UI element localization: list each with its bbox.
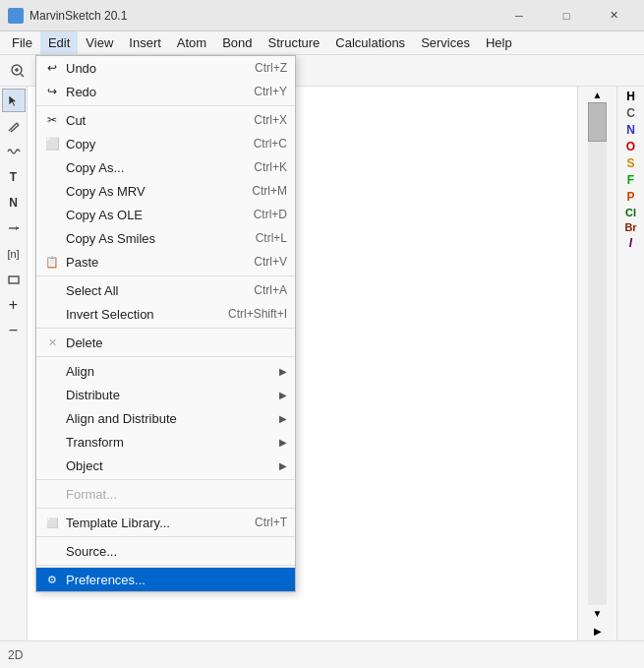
sep5 <box>36 479 295 480</box>
selectall-shortcut: Ctrl+A <box>254 283 287 297</box>
window-controls: ─ □ ✕ <box>497 0 636 31</box>
zoom-in-button[interactable] <box>4 58 31 84</box>
menu-copysmiles[interactable]: Copy As Smiles Ctrl+L <box>36 226 295 250</box>
expand-right-button[interactable]: ▶ <box>578 621 616 640</box>
menu-services[interactable]: Services <box>413 31 478 54</box>
preferences-icon: ⚙ <box>42 574 62 586</box>
scroll-up-button[interactable]: ▲ <box>578 87 616 102</box>
distribute-label: Distribute <box>66 388 279 402</box>
copyas-shortcut: Ctrl+K <box>254 160 287 174</box>
undo-label: Undo <box>66 61 255 76</box>
rect-tool-button[interactable] <box>2 268 26 291</box>
menu-selectall[interactable]: Select All Ctrl+A <box>36 278 295 302</box>
text-tool-button[interactable]: T <box>2 165 26 189</box>
menu-invertsel[interactable]: Invert Selection Ctrl+Shift+I <box>36 302 295 326</box>
element-Cl[interactable]: Cl <box>618 206 644 219</box>
menu-bond[interactable]: Bond <box>214 31 260 54</box>
menu-paste[interactable]: 📋 Paste Ctrl+V <box>36 250 295 273</box>
copyole-shortcut: Ctrl+D <box>254 208 287 221</box>
draw-tool-button[interactable] <box>2 114 26 138</box>
plus-tool-button[interactable]: + <box>2 293 26 317</box>
element-I[interactable]: I <box>618 235 644 251</box>
menu-object[interactable]: Object ▶ <box>36 454 295 477</box>
zoom-in-icon <box>10 63 26 79</box>
menu-calculations[interactable]: Calculations <box>327 31 413 54</box>
bottom-bar: 2D <box>0 640 644 668</box>
paste-shortcut: Ctrl+V <box>254 255 287 269</box>
templatelibrary-shortcut: Ctrl+T <box>255 516 287 529</box>
minimize-button[interactable]: ─ <box>497 0 542 31</box>
template-icon: ⬜ <box>42 517 62 528</box>
element-O[interactable]: O <box>618 139 644 154</box>
copyas-label: Copy As... <box>66 160 254 175</box>
cut-shortcut: Ctrl+X <box>254 113 287 127</box>
menu-redo[interactable]: ↪ Redo Ctrl+Y <box>36 80 295 103</box>
element-N[interactable]: N <box>618 122 644 138</box>
menu-edit[interactable]: Edit <box>40 31 78 54</box>
element-sidebar: H C N O S F P Cl Br I <box>616 87 644 640</box>
menu-atom[interactable]: Atom <box>169 31 214 54</box>
cut-icon: ✂ <box>42 113 62 127</box>
element-P[interactable]: P <box>618 189 644 205</box>
align-arrow: ▶ <box>279 366 287 377</box>
menu-aligndistribute[interactable]: Align and Distribute ▶ <box>36 406 295 430</box>
maximize-button[interactable]: □ <box>544 0 589 31</box>
minus-tool-button[interactable]: − <box>2 319 26 342</box>
selectall-label: Select All <box>66 283 254 298</box>
redo-shortcut: Ctrl+Y <box>254 85 287 98</box>
sep3 <box>36 328 295 329</box>
menu-view[interactable]: View <box>78 31 121 54</box>
menu-structure[interactable]: Structure <box>261 31 328 54</box>
menu-undo[interactable]: ↩ Undo Ctrl+Z <box>36 56 295 80</box>
copy-label: Copy <box>66 137 254 152</box>
select-tool-button[interactable] <box>2 89 26 112</box>
scroll-down-button[interactable]: ▼ <box>578 605 616 621</box>
menu-help[interactable]: Help <box>478 31 520 54</box>
menu-templatelibrary[interactable]: ⬜ Template Library... Ctrl+T <box>36 511 295 534</box>
pencil-icon <box>7 119 21 133</box>
mode-label: 2D <box>8 648 23 662</box>
delete-label: Delete <box>66 335 287 350</box>
align-label: Align <box>66 364 279 379</box>
scrollbar-thumb[interactable] <box>588 102 607 142</box>
element-C[interactable]: C <box>618 105 644 121</box>
menu-bar: File Edit View Insert Atom Bond Structur… <box>0 31 644 55</box>
menu-copy[interactable]: ⬜ Copy Ctrl+C <box>36 132 295 155</box>
aligndistribute-arrow: ▶ <box>279 413 287 424</box>
cut-label: Cut <box>66 113 254 128</box>
paste-label: Paste <box>66 255 254 270</box>
format-label: Format... <box>66 487 287 502</box>
menu-source[interactable]: Source... <box>36 539 295 563</box>
menu-file[interactable]: File <box>4 31 40 54</box>
menu-copymrv[interactable]: Copy As MRV Ctrl+M <box>36 179 295 203</box>
bracket2-tool-button[interactable]: [n] <box>2 242 26 266</box>
menu-delete[interactable]: ✕ Delete <box>36 331 295 354</box>
menu-insert[interactable]: Insert <box>121 31 169 54</box>
svg-marker-12 <box>16 226 19 230</box>
element-S[interactable]: S <box>618 155 644 171</box>
bracket-tool-button[interactable]: N <box>2 191 26 214</box>
sep1 <box>36 105 295 106</box>
menu-copyole[interactable]: Copy As OLE Ctrl+D <box>36 203 295 226</box>
wave-tool-button[interactable] <box>2 140 26 163</box>
wave-icon <box>7 145 21 158</box>
menu-copyas[interactable]: Copy As... Ctrl+K <box>36 155 295 179</box>
close-button[interactable]: ✕ <box>591 0 636 31</box>
sep2 <box>36 275 295 276</box>
copyole-label: Copy As OLE <box>66 208 254 222</box>
element-H[interactable]: H <box>618 89 644 104</box>
menu-cut[interactable]: ✂ Cut Ctrl+X <box>36 108 295 132</box>
copysmiles-label: Copy As Smiles <box>66 231 256 246</box>
menu-preferences[interactable]: ⚙ Preferences... <box>36 568 295 591</box>
aligndistribute-label: Align and Distribute <box>66 411 279 426</box>
menu-format: Format... <box>36 482 295 506</box>
element-F[interactable]: F <box>618 172 644 188</box>
menu-distribute[interactable]: Distribute ▶ <box>36 383 295 406</box>
sep7 <box>36 536 295 537</box>
object-arrow: ▶ <box>279 460 287 471</box>
undo-shortcut: Ctrl+Z <box>255 61 287 75</box>
menu-transform[interactable]: Transform ▶ <box>36 430 295 454</box>
arrow-tool-button[interactable] <box>2 216 26 240</box>
menu-align[interactable]: Align ▶ <box>36 359 295 383</box>
element-Br[interactable]: Br <box>618 220 644 234</box>
